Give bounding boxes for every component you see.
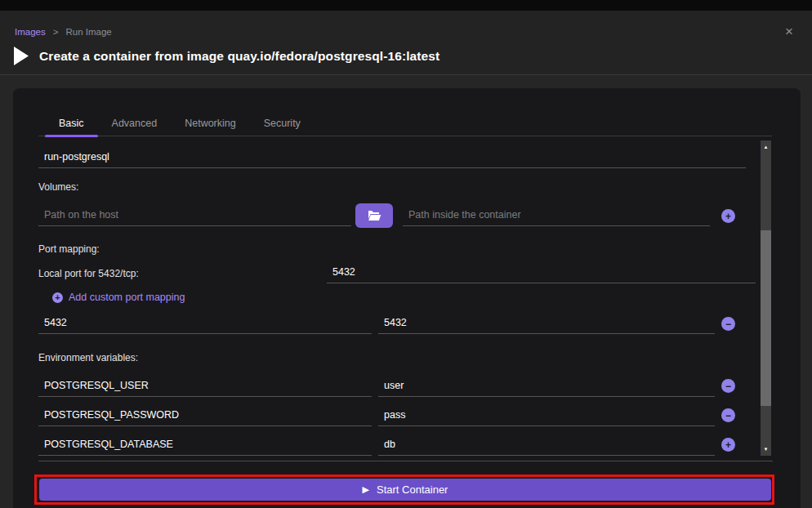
add-custom-port-mapping-link[interactable]: + Add custom port mapping bbox=[52, 292, 185, 303]
port-mapping-label: Port mapping: bbox=[38, 243, 100, 255]
tab-networking[interactable]: Networking bbox=[171, 118, 250, 136]
container-name-input[interactable] bbox=[38, 145, 746, 168]
add-env-var-button[interactable]: + bbox=[721, 438, 735, 452]
scroll-down-icon[interactable]: ▼ bbox=[761, 445, 771, 453]
env-name-input[interactable] bbox=[38, 433, 372, 456]
env-value-input[interactable] bbox=[378, 374, 715, 397]
remove-env-var-button[interactable]: − bbox=[721, 379, 735, 393]
volume-host-path-input[interactable] bbox=[38, 203, 351, 226]
breadcrumb-images-link[interactable]: Images bbox=[15, 27, 46, 37]
volume-container-path-input[interactable] bbox=[403, 203, 710, 226]
remove-port-mapping-button[interactable]: − bbox=[721, 317, 735, 331]
scrollbar[interactable]: ▲ ▼ bbox=[761, 140, 771, 456]
env-name-input[interactable] bbox=[38, 403, 372, 426]
custom-host-port-input[interactable] bbox=[38, 311, 372, 334]
env-name-input[interactable] bbox=[38, 374, 372, 397]
plus-icon: + bbox=[52, 292, 63, 303]
add-volume-button[interactable]: + bbox=[721, 209, 735, 223]
tab-advanced[interactable]: Advanced bbox=[98, 118, 172, 136]
run-image-card: Basic Advanced Networking Security Volum… bbox=[13, 88, 801, 508]
folder-icon bbox=[367, 210, 381, 221]
breadcrumb-separator-icon: > bbox=[53, 27, 59, 37]
breadcrumb-current: Run Image bbox=[65, 27, 111, 37]
scroll-up-icon[interactable]: ▲ bbox=[761, 143, 771, 151]
custom-container-port-input[interactable] bbox=[378, 311, 715, 334]
env-value-input[interactable] bbox=[378, 433, 715, 456]
page-title: Create a container from image quay.io/fe… bbox=[39, 49, 439, 64]
tab-security[interactable]: Security bbox=[250, 118, 315, 136]
tab-bar: Basic Advanced Networking Security bbox=[38, 118, 772, 136]
environment-variables-label: Environment variables: bbox=[38, 352, 138, 363]
local-port-label: Local port for 5432/tcp: bbox=[38, 268, 139, 279]
play-icon: ▶ bbox=[363, 484, 369, 495]
page-header: Images > Run Image × Create a container … bbox=[0, 11, 812, 75]
breadcrumb: Images > Run Image bbox=[15, 27, 112, 37]
content-divider bbox=[38, 461, 773, 461]
play-icon bbox=[13, 47, 29, 65]
close-icon[interactable]: × bbox=[779, 22, 799, 42]
browse-folder-button[interactable] bbox=[355, 203, 393, 228]
volumes-label: Volumes: bbox=[38, 181, 78, 193]
scrollbar-thumb[interactable] bbox=[761, 230, 771, 406]
env-value-input[interactable] bbox=[378, 403, 715, 426]
start-container-button[interactable]: ▶ Start Container bbox=[39, 479, 771, 501]
add-custom-port-mapping-label: Add custom port mapping bbox=[69, 292, 185, 303]
title-row: Create a container from image quay.io/fe… bbox=[13, 47, 439, 65]
window-titlebar bbox=[0, 0, 812, 11]
start-container-label: Start Container bbox=[377, 483, 448, 496]
remove-env-var-button[interactable]: − bbox=[721, 408, 735, 422]
tab-basic[interactable]: Basic bbox=[45, 118, 98, 136]
local-port-input[interactable] bbox=[327, 261, 756, 283]
